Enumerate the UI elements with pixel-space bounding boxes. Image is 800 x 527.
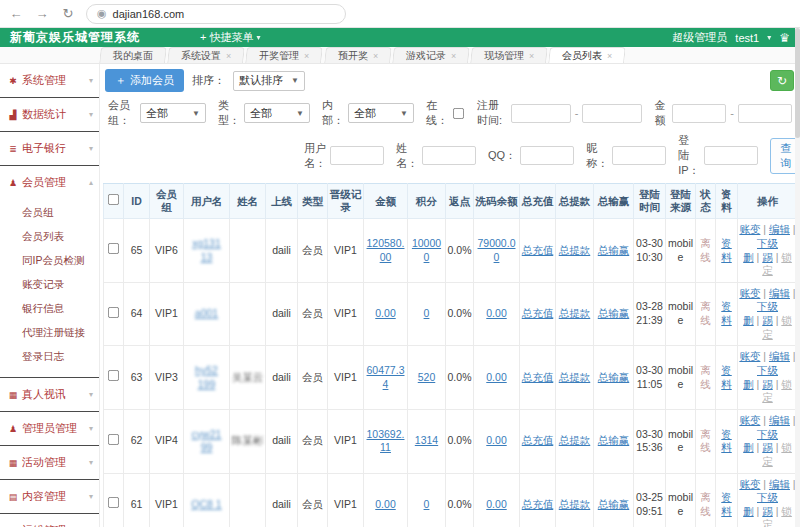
points-link[interactable]: 1314 <box>415 434 438 446</box>
total-winlose-link[interactable]: 总输赢 <box>598 244 630 256</box>
wash-balance-link[interactable]: 0.00 <box>486 371 506 383</box>
points-link[interactable]: 520 <box>418 371 436 383</box>
name-input[interactable] <box>422 146 476 165</box>
amount-from-input[interactable] <box>672 104 726 123</box>
ip-input[interactable] <box>704 146 758 165</box>
add-member-button[interactable]: ＋ 添加会员 <box>105 69 184 92</box>
select-all-checkbox[interactable] <box>108 194 119 205</box>
total-winlose-link[interactable]: 总输赢 <box>598 371 630 383</box>
amount-link[interactable]: 0.00 <box>375 498 395 510</box>
amount-to-input[interactable] <box>738 104 792 123</box>
sidebar-item-系统管理[interactable]: ✱系统管理▾ <box>0 64 99 97</box>
wash-balance-link[interactable]: 0.00 <box>486 434 506 446</box>
amount-link[interactable]: 0.00 <box>375 307 395 319</box>
chevron-down-icon[interactable]: ▾ <box>767 33 771 42</box>
action-编辑-link[interactable]: 编辑 <box>769 478 790 490</box>
tab-系统设置[interactable]: 系统设置× <box>167 47 245 63</box>
internal-filter-select[interactable]: 全部 ▼ <box>348 103 414 123</box>
amount-link[interactable]: 103692.11 <box>367 428 405 454</box>
type-filter-select[interactable]: 全部 ▼ <box>244 103 310 123</box>
page-scrollbar[interactable] <box>795 28 800 527</box>
total-winlose-link[interactable]: 总输赢 <box>598 434 630 446</box>
refresh-button[interactable]: ↻ <box>770 70 794 91</box>
sidebar-item-电子银行[interactable]: ≣电子银行▾ <box>0 132 99 165</box>
tab-游戏记录[interactable]: 游戏记录× <box>392 47 470 63</box>
row-checkbox[interactable] <box>108 434 119 445</box>
total-recharge-link[interactable]: 总充值 <box>522 498 554 510</box>
action-踢-link[interactable]: 踢 <box>762 251 773 263</box>
tab-预开奖[interactable]: 预开奖× <box>324 47 392 63</box>
wash-balance-link[interactable]: 0.00 <box>486 307 506 319</box>
sidebar-subitem-登录日志[interactable]: 登录日志 <box>0 345 99 369</box>
action-编辑-link[interactable]: 编辑 <box>769 414 790 426</box>
row-checkbox[interactable] <box>108 243 119 254</box>
sidebar-item-内容管理[interactable]: ▤内容管理▾ <box>0 480 99 513</box>
profile-link[interactable]: 资料 <box>721 491 732 517</box>
amount-link[interactable]: 60477.34 <box>367 364 405 390</box>
sidebar-subitem-会员组[interactable]: 会员组 <box>0 201 99 225</box>
action-删-link[interactable]: 删 <box>743 314 754 326</box>
back-icon[interactable]: ← <box>8 6 24 21</box>
profile-link[interactable]: 资料 <box>721 428 732 454</box>
profile-link[interactable]: 资料 <box>721 237 732 263</box>
action-下级-link[interactable]: 下级 <box>757 364 778 376</box>
total-withdraw-link[interactable]: 总提款 <box>559 307 591 319</box>
sidebar-item-真人视讯[interactable]: ▦真人视讯▾ <box>0 378 99 411</box>
action-踢-link[interactable]: 踢 <box>762 505 773 517</box>
sort-select[interactable]: 默认排序 ▼ <box>233 71 305 91</box>
qq-input[interactable] <box>520 146 574 165</box>
tab-我的桌面[interactable]: 我的桌面 <box>99 47 167 63</box>
sidebar-subitem-银行信息[interactable]: 银行信息 <box>0 297 99 321</box>
tab-开奖管理[interactable]: 开奖管理× <box>245 47 323 63</box>
wash-balance-link[interactable]: 79000.00 <box>478 237 516 263</box>
reload-icon[interactable]: ↻ <box>60 6 76 21</box>
total-withdraw-link[interactable]: 总提款 <box>559 498 591 510</box>
username-link[interactable]: QC8 1 <box>191 498 221 510</box>
username-input[interactable] <box>330 146 384 165</box>
online-checkbox[interactable] <box>453 107 464 118</box>
action-账变-link[interactable]: 账变 <box>739 223 760 235</box>
total-recharge-link[interactable]: 总充值 <box>522 434 554 446</box>
action-下级-link[interactable]: 下级 <box>757 300 778 312</box>
total-recharge-link[interactable]: 总充值 <box>522 371 554 383</box>
tab-会员列表[interactable]: 会员列表× <box>548 47 626 63</box>
action-账变-link[interactable]: 账变 <box>739 287 760 299</box>
quick-menu-button[interactable]: + 快捷菜单 ▾ <box>200 30 261 45</box>
action-删-link[interactable]: 删 <box>743 505 754 517</box>
action-下级-link[interactable]: 下级 <box>757 491 778 503</box>
crown-icon[interactable]: ♛ <box>779 31 790 45</box>
close-icon[interactable]: × <box>304 51 309 61</box>
sidebar-subitem-代理注册链接[interactable]: 代理注册链接 <box>0 321 99 345</box>
total-withdraw-link[interactable]: 总提款 <box>559 244 591 256</box>
action-编辑-link[interactable]: 编辑 <box>769 350 790 362</box>
action-删-link[interactable]: 删 <box>743 441 754 453</box>
row-checkbox[interactable] <box>108 497 119 508</box>
row-checkbox[interactable] <box>108 307 119 318</box>
username-link[interactable]: xg131 13 <box>192 237 221 263</box>
row-checkbox[interactable] <box>108 370 119 381</box>
group-filter-select[interactable]: 全部 ▼ <box>140 103 206 123</box>
action-下级-link[interactable]: 下级 <box>757 428 778 440</box>
total-withdraw-link[interactable]: 总提款 <box>559 434 591 446</box>
sidebar-item-会员管理[interactable]: ♟会员管理▴ <box>0 166 99 199</box>
sidebar-subitem-会员列表[interactable]: 会员列表 <box>0 225 99 249</box>
sidebar-item-活动管理[interactable]: ▦活动管理▾ <box>0 446 99 479</box>
username-link[interactable]: hy52 199 <box>195 364 218 390</box>
regtime-to-input[interactable] <box>582 104 642 123</box>
action-下级-link[interactable]: 下级 <box>757 237 778 249</box>
wash-balance-link[interactable]: 0.00 <box>486 498 506 510</box>
action-踢-link[interactable]: 踢 <box>762 314 773 326</box>
profile-link[interactable]: 资料 <box>721 364 732 390</box>
amount-link[interactable]: 120580.00 <box>367 237 405 263</box>
tab-现场管理[interactable]: 现场管理× <box>470 47 548 63</box>
action-账变-link[interactable]: 账变 <box>739 478 760 490</box>
address-bar[interactable]: ◉ dajian168.com <box>86 4 346 24</box>
points-link[interactable]: 0 <box>424 498 430 510</box>
points-link[interactable]: 0 <box>424 307 430 319</box>
action-删-link[interactable]: 删 <box>743 378 754 390</box>
close-icon[interactable]: × <box>451 51 456 61</box>
total-winlose-link[interactable]: 总输赢 <box>598 498 630 510</box>
username-link[interactable]: a001 <box>195 307 218 319</box>
sidebar-item-数据统计[interactable]: ▟数据统计▾ <box>0 98 99 131</box>
close-icon[interactable]: × <box>607 51 612 61</box>
